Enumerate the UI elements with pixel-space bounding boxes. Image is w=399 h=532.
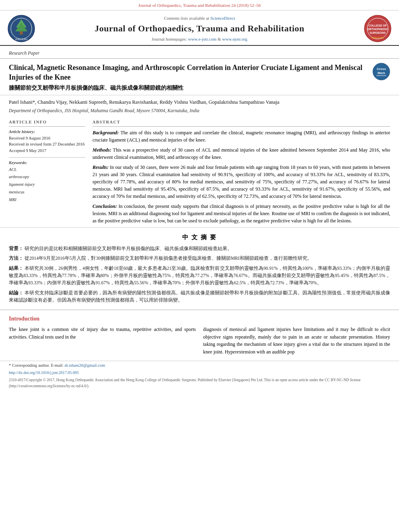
- article-type: Research Paper: [0, 46, 399, 59]
- abstract-label: Abstract: [93, 120, 120, 124]
- svg-text:HONG KONG: HONG KONG: [371, 37, 384, 39]
- conclusion-label: Conclusion:: [93, 203, 117, 209]
- doi-line: http://dx.doi.org/10.1016/j.jotr.2017.05…: [0, 369, 399, 376]
- svg-text:COLLEGE OF: COLLEGE OF: [368, 24, 387, 27]
- abstract-background: Background: The aim of this study is to …: [93, 129, 390, 144]
- homepage-prefix: Journal homepages:: [152, 37, 188, 41]
- background-label: Background:: [93, 130, 119, 136]
- svg-text:ORTHOPAEDIC: ORTHOPAEDIC: [367, 28, 388, 31]
- intro-col2-text: diagnosis of meniscal and ligament injur…: [203, 327, 390, 355]
- article-info-col: Article Info Article history: Received 9…: [9, 119, 85, 227]
- journal-header: HONG KONG Contents lists available at Sc…: [0, 10, 399, 46]
- info-divider: [9, 157, 85, 158]
- chinese-background: 背景： 研究的目的是比較和相關膝關節前交叉韌帶和半月板損傷的臨床、磁共振成像和關…: [9, 245, 390, 252]
- chinese-background-label: 背景：: [9, 246, 23, 251]
- article-title-zh: 膝關節前交叉韌帶和半月板損傷的臨床、磁共振成像和關節鏡的相關性: [9, 84, 368, 92]
- chinese-results-label: 結果：: [9, 266, 23, 271]
- contents-line: Contents lists available at ScienceDirec…: [39, 15, 360, 21]
- introduction-heading: Introduction: [9, 315, 390, 323]
- two-col-section: Article Info Article history: Received 9…: [0, 115, 399, 227]
- authors-line: Patel Ishani*, Chandru Vijay, Nekkanti S…: [9, 99, 390, 106]
- chinese-methods-label: 方法：: [9, 256, 23, 261]
- journal-logo-left: HONG KONG: [7, 14, 35, 43]
- authors-text: Patel Ishani*, Chandru Vijay, Nekkanti S…: [9, 99, 280, 105]
- authors-block: Patel Ishani*, Chandru Vijay, Nekkanti S…: [0, 95, 399, 115]
- intro-two-col: The knee joint is a common site of injur…: [9, 326, 390, 355]
- conclusion-text: In conclusion, the present study support…: [93, 203, 390, 224]
- article-type-label: Research Paper: [9, 50, 40, 56]
- intro-col-right: diagnosis of meniscal and ligament injur…: [203, 326, 390, 355]
- chinese-conclusion-text: 本研究支持臨床診斷是首要必要的，因為所有病變的陽性預測值都很高。磁共振成像是膝關…: [9, 290, 390, 302]
- chinese-results-text: 本研究共30例，26例男性，4例女性，年齡18至60歲，最大多患者為21至30歲…: [9, 266, 390, 286]
- chinese-conclusion: 結論： 本研究支持臨床診斷是首要必要的，因為所有病變的陽性預測值都很高。磁共振成…: [9, 289, 390, 304]
- svg-text:Cross: Cross: [377, 67, 386, 71]
- intro-col1-text: The knee joint is a common site of injur…: [9, 327, 196, 340]
- history-label: Article history:: [9, 129, 85, 135]
- keyword-arthroscopy: arthroscopy: [9, 173, 85, 181]
- chinese-results: 結果： 本研究共30例，26例男性，4例女性，年齡18至60歲，最大多患者為21…: [9, 265, 390, 287]
- article-title-text: Clinical, Magnetic Resonance Imaging, an…: [9, 63, 368, 92]
- revised-value: Received in revised form 27 December 201…: [9, 141, 85, 148]
- keywords-list: ACL arthroscopy ligament injury meniscus…: [9, 166, 85, 204]
- article-title-en: Clinical, Magnetic Resonance Imaging, an…: [9, 63, 368, 82]
- keyword-mri: MRI: [9, 196, 85, 204]
- intro-col-left: The knee joint is a common site of injur…: [9, 326, 196, 355]
- journal-header-center: Contents lists available at ScienceDirec…: [35, 15, 364, 42]
- keywords-group: Keywords: ACL arthroscopy ligament injur…: [9, 160, 85, 204]
- keyword-ligament: ligament injury: [9, 181, 85, 189]
- methods-text: This was a prospective study of 30 cases…: [93, 147, 390, 160]
- corresponding-prefix: * Corresponding author. E-mail:: [9, 363, 64, 368]
- homepage-between: &: [218, 37, 222, 41]
- sciencedirect-link[interactable]: ScienceDirect: [210, 16, 235, 21]
- journal-reference-bar: Journal of Orthopaedics, Trauma and Reha…: [0, 0, 399, 10]
- methods-label: Methods:: [93, 147, 111, 153]
- chinese-abstract: 中 文 摘 要 背景： 研究的目的是比較和相關膝關節前交叉韌帶和半月板損傷的臨床…: [0, 227, 399, 310]
- introduction-section: Introduction The knee joint is a common …: [0, 310, 399, 359]
- chinese-methods-text: 從2014年9月至2016年5月入院，對30例膝關節前交叉韌帶和半月板損傷患者接…: [25, 256, 312, 261]
- abstract-col: Abstract Background: The aim of this stu…: [93, 119, 390, 227]
- abstract-conclusion: Conclusion: In conclusion, the present s…: [93, 203, 390, 224]
- journal-title: Journal of Orthopaedics, Trauma and Reha…: [39, 23, 360, 35]
- chinese-methods: 方法： 從2014年9月至2016年5月入院，對30例膝關節前交叉韌帶和半月板損…: [9, 255, 390, 262]
- background-text: The aim of this study is to compare and …: [93, 130, 390, 143]
- keyword-meniscus: meniscus: [9, 189, 85, 196]
- svg-text:SURGEONS: SURGEONS: [370, 31, 386, 34]
- accepted-value: Accepted 9 May 2017: [9, 148, 85, 154]
- page: Journal of Orthopaedics, Trauma and Reha…: [0, 0, 399, 532]
- received-value: Received 9 August 2016: [9, 135, 85, 142]
- journal-reference-text: Journal of Orthopaedics, Trauma and Reha…: [138, 3, 261, 8]
- footnote-corresponding: * Corresponding author. E-mail: dr.ishan…: [0, 361, 399, 370]
- results-text: In our study of 30 cases, there were 26 …: [93, 164, 390, 199]
- keyword-acl: ACL: [9, 166, 85, 174]
- affiliation-line: Department of Orthopaedics, JSS Hospital…: [9, 107, 390, 114]
- abstract-results: Results: In our study of 30 cases, there…: [93, 164, 390, 200]
- homepage-link2[interactable]: www.ejotr.org: [222, 37, 247, 41]
- contents-prefix: Contents lists available at: [164, 16, 210, 21]
- homepage-link1[interactable]: www.e-jotr.com: [188, 37, 216, 41]
- svg-text:Mark: Mark: [378, 71, 385, 75]
- abstract-heading: Abstract: [93, 119, 390, 127]
- copyright-line: 2310-4917/Copyright © 2017, Hong Kong Or…: [0, 376, 399, 391]
- article-info-heading: Article Info: [9, 119, 85, 127]
- history-group: Article history: Received 9 August 2016 …: [9, 129, 85, 154]
- article-info-label: Article Info: [9, 120, 47, 124]
- chinese-abstract-heading: 中 文 摘 要: [9, 233, 390, 242]
- article-title-block: Clinical, Magnetic Resonance Imaging, an…: [0, 59, 399, 95]
- abstract-methods: Methods: This was a prospective study of…: [93, 146, 390, 161]
- svg-rect-4: [20, 31, 23, 35]
- chinese-conclusion-label: 結論：: [9, 290, 23, 295]
- crossmark-badge[interactable]: Cross Mark: [372, 63, 390, 80]
- corresponding-email[interactable]: dr.ishani26@gmail.com: [65, 363, 105, 368]
- keywords-label: Keywords:: [9, 160, 85, 166]
- results-label: Results:: [93, 164, 109, 170]
- chinese-background-text: 研究的目的是比較和相關膝關節前交叉韌帶和半月板損傷的臨床、磁共振成像和關節鏡檢查…: [25, 246, 232, 251]
- homepage-line: Journal homepages: www.e-jotr.com & www.…: [39, 36, 360, 42]
- doi-link[interactable]: http://dx.doi.org/10.1016/j.jotr.2017.05…: [9, 370, 79, 375]
- journal-logo-right: COLLEGE OF ORTHOPAEDIC SURGEONS HONG KON…: [364, 14, 392, 43]
- svg-text:HONG KONG: HONG KONG: [15, 38, 27, 41]
